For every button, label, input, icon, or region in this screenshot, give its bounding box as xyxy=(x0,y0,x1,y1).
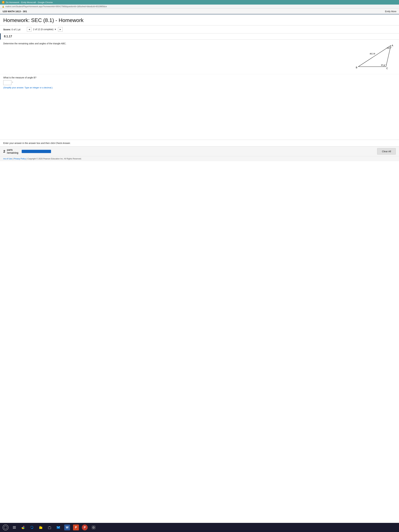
grid-icon[interactable] xyxy=(91,525,96,530)
powerpoint2-icon[interactable]: P xyxy=(82,525,88,530)
parts-line2: remaining xyxy=(7,152,18,154)
svg-rect-13 xyxy=(92,528,93,529)
browser-titlebar: P Do Homework - Emily Morecraft - Google… xyxy=(0,0,399,5)
svg-rect-4 xyxy=(13,526,16,527)
progress-bar xyxy=(22,150,51,153)
mail-icon[interactable] xyxy=(55,525,61,530)
files-icon[interactable] xyxy=(38,525,44,530)
tab-icon: P xyxy=(2,1,5,4)
word-icon[interactable]: W xyxy=(64,525,70,530)
store-icon[interactable] xyxy=(47,525,52,530)
svg-rect-6 xyxy=(13,528,16,529)
score-nav-bar: Score: 0 of 1 pt ◄ 2 of 12 (0 complete) … xyxy=(0,25,399,33)
progress-dropdown-button[interactable]: ▼ xyxy=(54,28,57,31)
svg-point-3 xyxy=(4,526,7,529)
svg-rect-9 xyxy=(48,527,51,529)
parts-number: 2 xyxy=(3,149,5,153)
svg-rect-14 xyxy=(94,528,95,529)
address-bar: 🔒 mathxl.com/Student/PlayerHomework.aspx… xyxy=(0,5,399,9)
terms-link[interactable]: ms of Use xyxy=(3,158,12,160)
bottom-instruction: Enter your answer in the answer box and … xyxy=(0,140,399,146)
user-name: Emily More xyxy=(385,10,396,13)
taskbar: W P P xyxy=(0,523,399,532)
degree-symbol: ° xyxy=(12,81,13,84)
vertex-b-label: B xyxy=(356,66,357,69)
course-title: U20 MATH 1613 - 301 xyxy=(3,10,27,13)
question-label: What is the measure of angle B? xyxy=(3,76,396,79)
triangle-svg: A B C 46.3 ft 11.1 ° 97.4 ° xyxy=(355,42,394,72)
edge-icon[interactable] xyxy=(29,525,35,530)
copyright-text: Copyright © 2020 Pearson Education Inc. … xyxy=(27,158,82,160)
angle-b-input[interactable] xyxy=(3,80,11,85)
footer: ms of Use | Privacy Policy | Copyright ©… xyxy=(0,156,399,161)
nav-progress: 2 of 12 (0 complete) ▼ xyxy=(33,28,56,31)
chrome-icon[interactable] xyxy=(20,525,26,530)
angle-a-label: 11.1 ° xyxy=(387,47,392,49)
url-text: mathxl.com/Student/PlayerHomework.aspx?h… xyxy=(5,5,107,8)
homework-title-section: Homework: SEC (8.1) - Homework xyxy=(0,14,399,25)
menu-icon[interactable] xyxy=(11,525,17,530)
privacy-link[interactable]: Privacy Policy xyxy=(14,158,26,160)
triangle-diagram: A B C 46.3 ft 11.1 ° 97.4 ° xyxy=(353,42,396,72)
nav-controls: ◄ 2 of 12 (0 complete) ▼ ► xyxy=(27,27,63,32)
browser-title: Do Homework - Emily Morecraft - Google C… xyxy=(6,1,53,4)
windows-button[interactable] xyxy=(3,525,8,530)
progress-text: 2 of 12 (0 complete) xyxy=(33,28,53,31)
svg-rect-12 xyxy=(94,526,95,527)
nav-prev-button[interactable]: ◄ xyxy=(27,27,32,32)
clear-all-button[interactable]: Clear All xyxy=(377,148,396,154)
problem-section: Determine the remaining sides and angles… xyxy=(0,40,399,74)
lock-icon: 🔒 xyxy=(2,5,4,8)
homework-title: Homework: SEC (8.1) - Homework xyxy=(3,17,396,23)
hint-text: (Simplify your answer. Type an integer o… xyxy=(3,86,396,89)
question-area: What is the measure of angle B? ° (Simpl… xyxy=(0,74,399,91)
svg-rect-11 xyxy=(92,526,93,527)
content-spacer xyxy=(0,91,399,140)
powerpoint-icon[interactable]: P xyxy=(73,525,79,530)
svg-line-2 xyxy=(358,45,391,67)
svg-rect-8 xyxy=(39,527,42,529)
problem-number: 8.1.17 xyxy=(0,33,399,40)
nav-next-button[interactable]: ► xyxy=(58,27,63,32)
angle-c-label: 97.4 ° xyxy=(381,64,386,66)
problem-description: Determine the remaining sides and angles… xyxy=(3,42,350,45)
score-label: Score: 0 of 1 pt xyxy=(3,28,20,31)
parts-line1: parts xyxy=(7,148,18,152)
problem-text-area: Determine the remaining sides and angles… xyxy=(3,42,350,72)
answer-input-row: ° xyxy=(3,80,396,85)
page-header: U20 MATH 1613 - 301 Emily More xyxy=(0,9,399,14)
vertex-a-label: A xyxy=(392,44,393,47)
parts-remaining-bar: 2 parts remaining Clear All xyxy=(0,146,399,156)
parts-text: parts remaining xyxy=(7,148,18,154)
main-content: Homework: SEC (8.1) - Homework Score: 0 … xyxy=(0,14,399,523)
svg-rect-5 xyxy=(13,527,16,528)
score-value: 0 of 1 pt xyxy=(12,28,20,31)
parts-info: 2 parts remaining xyxy=(3,148,51,154)
side-ab-label: 46.3 ft xyxy=(370,53,375,55)
vertex-c-label: C xyxy=(386,67,388,70)
